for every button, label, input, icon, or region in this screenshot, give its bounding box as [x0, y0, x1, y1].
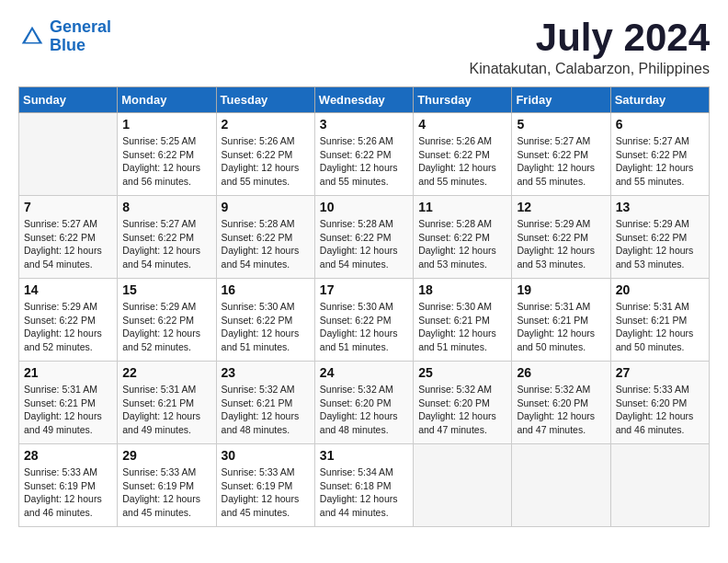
day-info: Sunrise: 5:26 AMSunset: 6:22 PMDaylight:…: [320, 134, 408, 189]
calendar-cell: 24 Sunrise: 5:32 AMSunset: 6:20 PMDaylig…: [314, 362, 413, 444]
day-info: Sunrise: 5:32 AMSunset: 6:20 PMDaylight:…: [517, 383, 605, 437]
day-number: 22: [122, 365, 210, 380]
calendar-cell: 30 Sunrise: 5:33 AMSunset: 6:19 PMDaylig…: [216, 444, 314, 527]
calendar-cell: 1 Sunrise: 5:25 AMSunset: 6:22 PMDayligh…: [118, 113, 216, 196]
day-info: Sunrise: 5:27 AMSunset: 6:22 PMDaylight:…: [24, 217, 112, 271]
day-number: 16: [222, 282, 310, 297]
calendar-cell: [19, 113, 118, 196]
day-info: Sunrise: 5:29 AMSunset: 6:22 PMDaylight:…: [24, 300, 112, 354]
logo-line2: Blue: [50, 36, 85, 54]
calendar-cell: 7 Sunrise: 5:27 AMSunset: 6:22 PMDayligh…: [19, 196, 118, 279]
day-info: Sunrise: 5:27 AMSunset: 6:22 PMDaylight:…: [616, 134, 704, 189]
day-number: 9: [222, 200, 310, 214]
day-info: Sunrise: 5:32 AMSunset: 6:21 PMDaylight:…: [222, 383, 310, 437]
calendar-cell: 10 Sunrise: 5:28 AMSunset: 6:22 PMDaylig…: [314, 196, 413, 279]
calendar-cell: 29 Sunrise: 5:33 AMSunset: 6:19 PMDaylig…: [118, 444, 216, 527]
day-number: 18: [418, 282, 506, 297]
day-info: Sunrise: 5:25 AMSunset: 6:22 PMDaylight:…: [122, 134, 210, 189]
calendar-cell: 20 Sunrise: 5:31 AMSunset: 6:21 PMDaylig…: [610, 279, 709, 362]
day-info: Sunrise: 5:26 AMSunset: 6:22 PMDaylight:…: [222, 134, 310, 189]
day-header-friday: Friday: [512, 87, 610, 113]
calendar-cell: 26 Sunrise: 5:32 AMSunset: 6:20 PMDaylig…: [512, 362, 610, 444]
day-info: Sunrise: 5:30 AMSunset: 6:22 PMDaylight:…: [222, 300, 310, 354]
day-number: 12: [517, 200, 605, 214]
day-info: Sunrise: 5:28 AMSunset: 6:22 PMDaylight:…: [222, 217, 310, 271]
location: Kinatakutan, Calabarzon, Philippines: [470, 61, 711, 77]
day-number: 15: [122, 282, 210, 297]
logo-line1: General: [50, 17, 111, 36]
calendar-cell: 9 Sunrise: 5:28 AMSunset: 6:22 PMDayligh…: [216, 196, 314, 279]
calendar-cell: 19 Sunrise: 5:31 AMSunset: 6:21 PMDaylig…: [512, 279, 610, 362]
day-number: 14: [24, 282, 112, 297]
calendar-cell: 27 Sunrise: 5:33 AMSunset: 6:20 PMDaylig…: [610, 362, 709, 444]
calendar-cell: 16 Sunrise: 5:30 AMSunset: 6:22 PMDaylig…: [216, 279, 314, 362]
day-number: 10: [320, 200, 408, 214]
day-number: 28: [24, 448, 112, 463]
day-number: 29: [122, 448, 210, 463]
day-info: Sunrise: 5:33 AMSunset: 6:19 PMDaylight:…: [122, 465, 210, 520]
day-header-tuesday: Tuesday: [216, 87, 314, 113]
day-info: Sunrise: 5:30 AMSunset: 6:21 PMDaylight:…: [418, 300, 506, 354]
calendar-cell: [610, 444, 709, 527]
day-number: 21: [24, 365, 112, 380]
day-header-monday: Monday: [118, 87, 216, 113]
day-number: 4: [418, 117, 506, 132]
logo-text: General Blue: [50, 18, 111, 55]
title-block: July 2024 Kinatakutan, Calabarzon, Phili…: [470, 18, 711, 77]
day-info: Sunrise: 5:33 AMSunset: 6:19 PMDaylight:…: [222, 465, 310, 520]
page-header: General Blue July 2024 Kinatakutan, Cala…: [18, 18, 710, 77]
calendar-cell: 11 Sunrise: 5:28 AMSunset: 6:22 PMDaylig…: [414, 196, 512, 279]
logo-icon: [18, 23, 46, 51]
day-info: Sunrise: 5:31 AMSunset: 6:21 PMDaylight:…: [24, 383, 112, 437]
day-info: Sunrise: 5:26 AMSunset: 6:22 PMDaylight:…: [418, 134, 506, 189]
calendar-cell: 22 Sunrise: 5:31 AMSunset: 6:21 PMDaylig…: [118, 362, 216, 444]
day-info: Sunrise: 5:29 AMSunset: 6:22 PMDaylight:…: [517, 217, 605, 271]
calendar-cell: [512, 444, 610, 527]
day-info: Sunrise: 5:29 AMSunset: 6:22 PMDaylight:…: [616, 217, 704, 271]
day-info: Sunrise: 5:31 AMSunset: 6:21 PMDaylight:…: [517, 300, 605, 354]
calendar-table: SundayMondayTuesdayWednesdayThursdayFrid…: [18, 86, 710, 527]
day-number: 1: [122, 117, 210, 132]
day-header-saturday: Saturday: [610, 87, 709, 113]
day-number: 13: [616, 200, 704, 214]
week-row-3: 14 Sunrise: 5:29 AMSunset: 6:22 PMDaylig…: [19, 279, 710, 362]
day-number: 5: [517, 117, 605, 132]
day-number: 24: [320, 365, 408, 380]
calendar-cell: 25 Sunrise: 5:32 AMSunset: 6:20 PMDaylig…: [414, 362, 512, 444]
day-number: 2: [222, 117, 310, 132]
day-header-sunday: Sunday: [19, 87, 118, 113]
day-number: 31: [320, 448, 408, 463]
calendar-cell: 17 Sunrise: 5:30 AMSunset: 6:22 PMDaylig…: [314, 279, 413, 362]
calendar-cell: 2 Sunrise: 5:26 AMSunset: 6:22 PMDayligh…: [216, 113, 314, 196]
calendar-cell: 12 Sunrise: 5:29 AMSunset: 6:22 PMDaylig…: [512, 196, 610, 279]
day-info: Sunrise: 5:27 AMSunset: 6:22 PMDaylight:…: [122, 217, 210, 271]
day-number: 3: [320, 117, 408, 132]
calendar-cell: 15 Sunrise: 5:29 AMSunset: 6:22 PMDaylig…: [118, 279, 216, 362]
day-number: 23: [222, 365, 310, 380]
day-info: Sunrise: 5:28 AMSunset: 6:22 PMDaylight:…: [320, 217, 408, 271]
day-info: Sunrise: 5:33 AMSunset: 6:20 PMDaylight:…: [616, 383, 704, 437]
calendar-cell: 5 Sunrise: 5:27 AMSunset: 6:22 PMDayligh…: [512, 113, 610, 196]
day-info: Sunrise: 5:28 AMSunset: 6:22 PMDaylight:…: [418, 217, 506, 271]
day-number: 19: [517, 282, 605, 297]
day-header-wednesday: Wednesday: [314, 87, 413, 113]
calendar-cell: 31 Sunrise: 5:34 AMSunset: 6:18 PMDaylig…: [314, 444, 413, 527]
calendar-cell: 23 Sunrise: 5:32 AMSunset: 6:21 PMDaylig…: [216, 362, 314, 444]
day-info: Sunrise: 5:34 AMSunset: 6:18 PMDaylight:…: [320, 465, 408, 520]
calendar-cell: [414, 444, 512, 527]
logo: General Blue: [18, 18, 111, 55]
calendar-cell: 13 Sunrise: 5:29 AMSunset: 6:22 PMDaylig…: [610, 196, 709, 279]
week-row-5: 28 Sunrise: 5:33 AMSunset: 6:19 PMDaylig…: [19, 444, 710, 527]
calendar-cell: 6 Sunrise: 5:27 AMSunset: 6:22 PMDayligh…: [610, 113, 709, 196]
calendar-cell: 21 Sunrise: 5:31 AMSunset: 6:21 PMDaylig…: [19, 362, 118, 444]
calendar-cell: 18 Sunrise: 5:30 AMSunset: 6:21 PMDaylig…: [414, 279, 512, 362]
header-row: SundayMondayTuesdayWednesdayThursdayFrid…: [19, 87, 710, 113]
day-number: 8: [122, 200, 210, 214]
week-row-4: 21 Sunrise: 5:31 AMSunset: 6:21 PMDaylig…: [19, 362, 710, 444]
day-info: Sunrise: 5:33 AMSunset: 6:19 PMDaylight:…: [24, 465, 112, 520]
calendar-cell: 3 Sunrise: 5:26 AMSunset: 6:22 PMDayligh…: [314, 113, 413, 196]
day-number: 6: [616, 117, 704, 132]
day-number: 17: [320, 282, 408, 297]
month-title: July 2024: [470, 18, 711, 57]
calendar-cell: 4 Sunrise: 5:26 AMSunset: 6:22 PMDayligh…: [414, 113, 512, 196]
